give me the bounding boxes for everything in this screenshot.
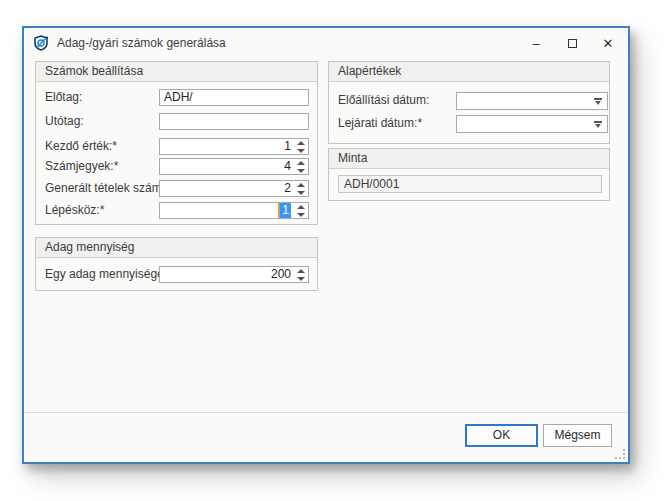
lejarati-datum-label: Lejárati dátum:* bbox=[338, 115, 422, 132]
maximize-button[interactable] bbox=[554, 28, 590, 58]
dialog-window: Adag-/gyári számok generálása – ✕ Számok… bbox=[22, 26, 630, 464]
group-minta-title: Minta bbox=[329, 149, 609, 169]
group-szamok-title: Számok beállítása bbox=[36, 62, 317, 82]
minta-preview-field: ADH/0001 bbox=[338, 175, 602, 193]
lepeskoz-value-selected: 1 bbox=[278, 203, 291, 218]
elotag-input[interactable]: ADH/ bbox=[159, 89, 309, 106]
egy-adag-input[interactable]: 200 bbox=[159, 266, 309, 283]
elotag-label: Előtag: bbox=[45, 89, 82, 106]
row-szamjegyek: Számjegyek:* 4 bbox=[36, 158, 317, 175]
kezdo-ertek-input[interactable]: 1 bbox=[159, 138, 309, 155]
egy-adag-label: Egy adag mennyisége: bbox=[45, 266, 167, 283]
generalt-tetelek-spinner bbox=[294, 182, 307, 195]
maximize-icon bbox=[568, 39, 577, 48]
lepeskoz-spinner bbox=[294, 204, 307, 217]
spin-up-icon[interactable] bbox=[297, 205, 305, 209]
spin-down-icon[interactable] bbox=[297, 277, 305, 281]
spin-up-icon[interactable] bbox=[297, 141, 305, 145]
szamjegyek-spinner bbox=[294, 160, 307, 173]
group-alapertekek: Alapértékek Előállítási dátum: Lejárati … bbox=[328, 61, 610, 144]
lepeskoz-label: Lépésköz:* bbox=[45, 202, 104, 219]
minimize-button[interactable]: – bbox=[518, 28, 554, 58]
app-shield-icon bbox=[33, 35, 49, 51]
row-utotag: Utótag: bbox=[36, 113, 317, 130]
row-elotag: Előtag: ADH/ bbox=[36, 89, 317, 106]
spin-down-icon[interactable] bbox=[297, 149, 305, 153]
utotag-label: Utótag: bbox=[45, 113, 84, 130]
row-generalt-tetelek: Generált tételek száma:* 2 bbox=[36, 180, 317, 197]
lepeskoz-input[interactable]: 1 bbox=[159, 202, 309, 219]
row-kezdo-ertek: Kezdő érték:* 1 bbox=[36, 138, 317, 155]
spin-down-icon[interactable] bbox=[297, 213, 305, 217]
generalt-tetelek-value: 2 bbox=[284, 181, 291, 195]
eloallitasi-datum-label: Előállítási dátum: bbox=[338, 92, 429, 109]
cancel-button[interactable]: Mégsem bbox=[543, 424, 612, 447]
egy-adag-spinner bbox=[294, 268, 307, 281]
row-eloallitasi-datum: Előállítási dátum: bbox=[329, 92, 609, 109]
dropdown-arrow-icon[interactable] bbox=[594, 120, 602, 128]
spin-up-icon[interactable] bbox=[297, 269, 305, 273]
group-adag-mennyiseg: Adag mennyiség Egy adag mennyisége: 200 bbox=[35, 237, 318, 291]
spin-down-icon[interactable] bbox=[297, 191, 305, 195]
eloallitasi-datum-combo[interactable] bbox=[456, 92, 608, 110]
row-lejarati-datum: Lejárati dátum:* bbox=[329, 115, 609, 132]
group-alapertekek-title: Alapértékek bbox=[329, 62, 609, 82]
utotag-input[interactable] bbox=[159, 113, 309, 130]
window-title: Adag-/gyári számok generálása bbox=[57, 36, 226, 50]
egy-adag-value: 200 bbox=[271, 267, 291, 281]
szamjegyek-input[interactable]: 4 bbox=[159, 158, 309, 175]
row-egy-adag: Egy adag mennyisége: 200 bbox=[36, 266, 317, 283]
kezdo-ertek-value: 1 bbox=[284, 139, 291, 153]
group-szamok-beallitasa: Számok beállítása Előtag: ADH/ Utótag: K… bbox=[35, 61, 318, 225]
footer-separator bbox=[24, 412, 628, 413]
close-button[interactable]: ✕ bbox=[590, 28, 626, 58]
ok-button[interactable]: OK bbox=[465, 424, 538, 447]
generalt-tetelek-label: Generált tételek száma:* bbox=[45, 180, 176, 197]
spin-down-icon[interactable] bbox=[297, 169, 305, 173]
spin-up-icon[interactable] bbox=[297, 183, 305, 187]
lejarati-datum-combo[interactable] bbox=[456, 115, 608, 133]
group-adag-title: Adag mennyiség bbox=[36, 238, 317, 258]
group-minta: Minta ADH/0001 bbox=[328, 148, 610, 201]
dropdown-arrow-icon[interactable] bbox=[594, 97, 602, 105]
resize-grip[interactable] bbox=[615, 449, 625, 459]
szamjegyek-label: Számjegyek:* bbox=[45, 158, 118, 175]
spin-up-icon[interactable] bbox=[297, 161, 305, 165]
row-lepeskoz: Lépésköz:* 1 bbox=[36, 202, 317, 219]
kezdo-ertek-spinner bbox=[294, 140, 307, 153]
kezdo-ertek-label: Kezdő érték:* bbox=[45, 138, 117, 155]
generalt-tetelek-input[interactable]: 2 bbox=[159, 180, 309, 197]
szamjegyek-value: 4 bbox=[284, 159, 291, 173]
window-controls: – ✕ bbox=[518, 28, 626, 58]
